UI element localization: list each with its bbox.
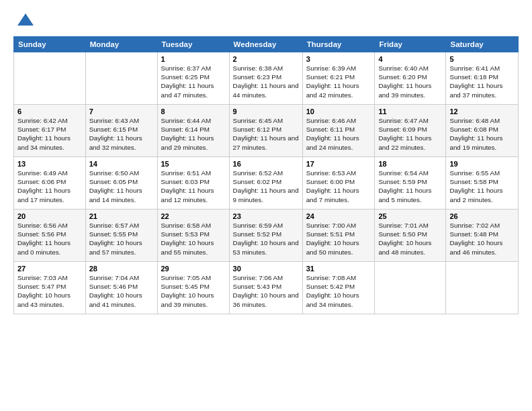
cell-content: 7 Sunrise: 6:43 AMSunset: 6:15 PMDayligh… bbox=[89, 107, 154, 152]
cell-content: 10 Sunrise: 6:46 AMSunset: 6:11 PMDaylig… bbox=[306, 107, 371, 152]
cell-info: Sunrise: 7:06 AMSunset: 5:43 PMDaylight:… bbox=[233, 273, 299, 309]
day-number: 2 bbox=[233, 55, 299, 63]
calendar-cell: 3 Sunrise: 6:39 AMSunset: 6:21 PMDayligh… bbox=[302, 52, 375, 105]
cell-info: Sunrise: 7:03 AMSunset: 5:47 PMDaylight:… bbox=[17, 273, 82, 309]
cell-content: 14 Sunrise: 6:50 AMSunset: 6:05 PMDaylig… bbox=[89, 160, 154, 204]
cell-content: 25 Sunrise: 7:01 AMSunset: 5:50 PMDaylig… bbox=[378, 212, 442, 257]
cell-info: Sunrise: 6:48 AMSunset: 6:08 PMDaylight:… bbox=[449, 116, 515, 152]
week-row-4: 20 Sunrise: 6:56 AMSunset: 5:56 PMDaylig… bbox=[14, 210, 519, 262]
cell-content: 12 Sunrise: 6:48 AMSunset: 6:08 PMDaylig… bbox=[449, 107, 515, 152]
cell-content: 1 Sunrise: 6:37 AMSunset: 6:25 PMDayligh… bbox=[161, 55, 226, 99]
weekday-header-thursday: Thursday bbox=[302, 37, 375, 52]
week-row-2: 6 Sunrise: 6:42 AMSunset: 6:17 PMDayligh… bbox=[14, 105, 519, 157]
cell-content: 11 Sunrise: 6:47 AMSunset: 6:09 PMDaylig… bbox=[378, 107, 442, 152]
calendar-cell: 6 Sunrise: 6:42 AMSunset: 6:17 PMDayligh… bbox=[14, 105, 86, 157]
day-number: 28 bbox=[89, 265, 154, 273]
day-number: 19 bbox=[449, 160, 515, 168]
calendar-cell: 28 Sunrise: 7:04 AMSunset: 5:46 PMDaylig… bbox=[85, 262, 157, 314]
cell-content: 18 Sunrise: 6:54 AMSunset: 5:59 PMDaylig… bbox=[378, 160, 442, 204]
cell-content: 19 Sunrise: 6:55 AMSunset: 5:58 PMDaylig… bbox=[449, 160, 515, 204]
calendar-cell bbox=[14, 52, 86, 105]
cell-content: 23 Sunrise: 6:59 AMSunset: 5:52 PMDaylig… bbox=[233, 212, 299, 257]
cell-info: Sunrise: 7:02 AMSunset: 5:48 PMDaylight:… bbox=[449, 221, 515, 257]
cell-content: 20 Sunrise: 6:56 AMSunset: 5:56 PMDaylig… bbox=[17, 212, 82, 257]
day-number: 5 bbox=[449, 55, 515, 63]
cell-info: Sunrise: 6:40 AMSunset: 6:20 PMDaylight:… bbox=[378, 64, 442, 99]
day-number: 14 bbox=[89, 160, 154, 168]
day-number: 6 bbox=[17, 107, 82, 116]
day-number: 27 bbox=[17, 265, 82, 273]
cell-info: Sunrise: 6:47 AMSunset: 6:09 PMDaylight:… bbox=[378, 116, 442, 152]
calendar-cell: 19 Sunrise: 6:55 AMSunset: 5:58 PMDaylig… bbox=[446, 157, 519, 210]
day-number: 26 bbox=[449, 212, 515, 220]
day-number: 18 bbox=[378, 160, 442, 168]
day-number: 20 bbox=[17, 212, 82, 220]
calendar-cell: 26 Sunrise: 7:02 AMSunset: 5:48 PMDaylig… bbox=[446, 210, 519, 262]
cell-info: Sunrise: 6:43 AMSunset: 6:15 PMDaylight:… bbox=[89, 116, 154, 152]
weekday-header-friday: Friday bbox=[375, 37, 446, 52]
day-number: 24 bbox=[306, 212, 371, 220]
calendar-cell: 16 Sunrise: 6:52 AMSunset: 6:02 PMDaylig… bbox=[229, 157, 302, 210]
weekday-header-wednesday: Wednesday bbox=[229, 37, 302, 52]
weekday-header-saturday: Saturday bbox=[446, 37, 519, 52]
cell-info: Sunrise: 6:49 AMSunset: 6:06 PMDaylight:… bbox=[17, 169, 82, 204]
day-number: 21 bbox=[89, 212, 154, 220]
cell-info: Sunrise: 6:54 AMSunset: 5:59 PMDaylight:… bbox=[378, 169, 442, 204]
calendar-cell bbox=[85, 52, 157, 105]
cell-info: Sunrise: 6:46 AMSunset: 6:11 PMDaylight:… bbox=[306, 116, 371, 152]
cell-info: Sunrise: 7:05 AMSunset: 5:45 PMDaylight:… bbox=[161, 273, 226, 309]
cell-content: 4 Sunrise: 6:40 AMSunset: 6:20 PMDayligh… bbox=[378, 55, 442, 99]
cell-info: Sunrise: 7:08 AMSunset: 5:42 PMDaylight:… bbox=[306, 273, 371, 309]
cell-content: 24 Sunrise: 7:00 AMSunset: 5:51 PMDaylig… bbox=[306, 212, 371, 257]
header-row: SundayMondayTuesdayWednesdayThursdayFrid… bbox=[14, 37, 519, 52]
week-row-1: 1 Sunrise: 6:37 AMSunset: 6:25 PMDayligh… bbox=[14, 52, 519, 105]
cell-info: Sunrise: 6:53 AMSunset: 6:00 PMDaylight:… bbox=[306, 169, 371, 204]
cell-info: Sunrise: 6:59 AMSunset: 5:52 PMDaylight:… bbox=[233, 221, 299, 257]
page: SundayMondayTuesdayWednesdayThursdayFrid… bbox=[0, 0, 532, 411]
calendar-cell: 18 Sunrise: 6:54 AMSunset: 5:59 PMDaylig… bbox=[375, 157, 446, 210]
cell-info: Sunrise: 6:56 AMSunset: 5:56 PMDaylight:… bbox=[17, 221, 82, 257]
calendar-cell: 13 Sunrise: 6:49 AMSunset: 6:06 PMDaylig… bbox=[14, 157, 86, 210]
day-number: 12 bbox=[449, 107, 515, 116]
calendar-cell: 27 Sunrise: 7:03 AMSunset: 5:47 PMDaylig… bbox=[14, 262, 86, 314]
calendar-cell bbox=[375, 262, 446, 314]
cell-content: 31 Sunrise: 7:08 AMSunset: 5:42 PMDaylig… bbox=[306, 265, 371, 309]
logo-icon bbox=[16, 11, 35, 30]
calendar-cell: 8 Sunrise: 6:44 AMSunset: 6:14 PMDayligh… bbox=[157, 105, 229, 157]
calendar-cell: 25 Sunrise: 7:01 AMSunset: 5:50 PMDaylig… bbox=[375, 210, 446, 262]
cell-content: 2 Sunrise: 6:38 AMSunset: 6:23 PMDayligh… bbox=[233, 55, 299, 99]
day-number: 25 bbox=[378, 212, 442, 220]
cell-content: 21 Sunrise: 6:57 AMSunset: 5:55 PMDaylig… bbox=[89, 212, 154, 257]
cell-content: 27 Sunrise: 7:03 AMSunset: 5:47 PMDaylig… bbox=[17, 265, 82, 309]
cell-info: Sunrise: 6:50 AMSunset: 6:05 PMDaylight:… bbox=[89, 169, 154, 204]
cell-info: Sunrise: 6:38 AMSunset: 6:23 PMDaylight:… bbox=[233, 64, 299, 99]
cell-info: Sunrise: 7:01 AMSunset: 5:50 PMDaylight:… bbox=[378, 221, 442, 257]
cell-content: 6 Sunrise: 6:42 AMSunset: 6:17 PMDayligh… bbox=[17, 107, 82, 152]
day-number: 22 bbox=[161, 212, 226, 220]
cell-content: 26 Sunrise: 7:02 AMSunset: 5:48 PMDaylig… bbox=[449, 212, 515, 257]
cell-info: Sunrise: 6:42 AMSunset: 6:17 PMDaylight:… bbox=[17, 116, 82, 152]
calendar-cell: 11 Sunrise: 6:47 AMSunset: 6:09 PMDaylig… bbox=[375, 105, 446, 157]
cell-info: Sunrise: 6:39 AMSunset: 6:21 PMDaylight:… bbox=[306, 64, 371, 99]
calendar-cell: 15 Sunrise: 6:51 AMSunset: 6:03 PMDaylig… bbox=[157, 157, 229, 210]
week-row-5: 27 Sunrise: 7:03 AMSunset: 5:47 PMDaylig… bbox=[14, 262, 519, 314]
cell-info: Sunrise: 6:55 AMSunset: 5:58 PMDaylight:… bbox=[449, 169, 515, 204]
calendar-cell: 21 Sunrise: 6:57 AMSunset: 5:55 PMDaylig… bbox=[85, 210, 157, 262]
day-number: 31 bbox=[306, 265, 371, 273]
cell-info: Sunrise: 7:04 AMSunset: 5:46 PMDaylight:… bbox=[89, 273, 154, 309]
day-number: 8 bbox=[161, 107, 226, 116]
cell-content: 5 Sunrise: 6:41 AMSunset: 6:18 PMDayligh… bbox=[449, 55, 515, 99]
weekday-header-sunday: Sunday bbox=[14, 37, 86, 52]
calendar-cell: 30 Sunrise: 7:06 AMSunset: 5:43 PMDaylig… bbox=[229, 262, 302, 314]
calendar-table: SundayMondayTuesdayWednesdayThursdayFrid… bbox=[13, 36, 519, 314]
calendar-cell: 1 Sunrise: 6:37 AMSunset: 6:25 PMDayligh… bbox=[157, 52, 229, 105]
calendar-cell: 9 Sunrise: 6:45 AMSunset: 6:12 PMDayligh… bbox=[229, 105, 302, 157]
day-number: 9 bbox=[233, 107, 299, 116]
cell-info: Sunrise: 6:37 AMSunset: 6:25 PMDaylight:… bbox=[161, 64, 226, 99]
calendar-cell: 22 Sunrise: 6:58 AMSunset: 5:53 PMDaylig… bbox=[157, 210, 229, 262]
day-number: 23 bbox=[233, 212, 299, 220]
day-number: 16 bbox=[233, 160, 299, 168]
cell-content: 29 Sunrise: 7:05 AMSunset: 5:45 PMDaylig… bbox=[161, 265, 226, 309]
day-number: 15 bbox=[161, 160, 226, 168]
cell-content: 30 Sunrise: 7:06 AMSunset: 5:43 PMDaylig… bbox=[233, 265, 299, 309]
